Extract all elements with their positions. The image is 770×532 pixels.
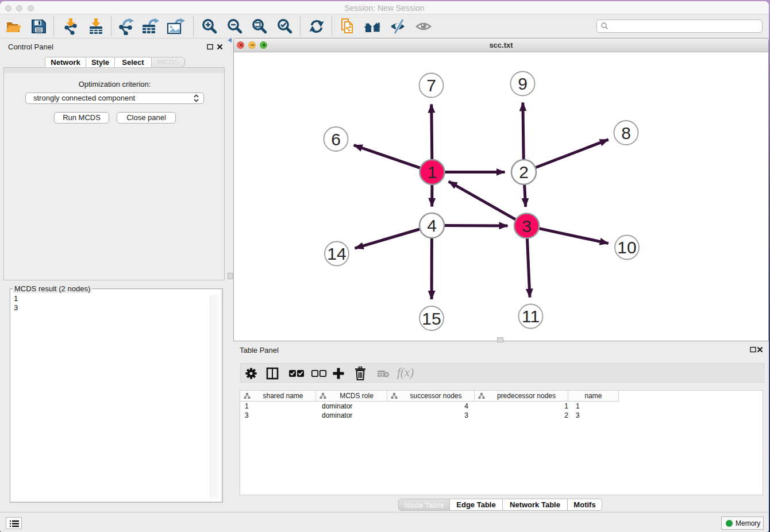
svg-text:4: 4 (427, 216, 437, 235)
svg-text:3: 3 (522, 217, 532, 236)
svg-text:11: 11 (522, 307, 540, 326)
svg-text:7: 7 (426, 76, 436, 95)
svg-text:2: 2 (519, 163, 529, 182)
svg-text:6: 6 (331, 130, 341, 149)
svg-text:10: 10 (617, 238, 636, 257)
svg-text:15: 15 (422, 309, 441, 328)
svg-text:9: 9 (518, 74, 528, 93)
svg-text:14: 14 (327, 244, 346, 263)
svg-text:1: 1 (428, 163, 437, 182)
svg-text:8: 8 (621, 124, 631, 142)
